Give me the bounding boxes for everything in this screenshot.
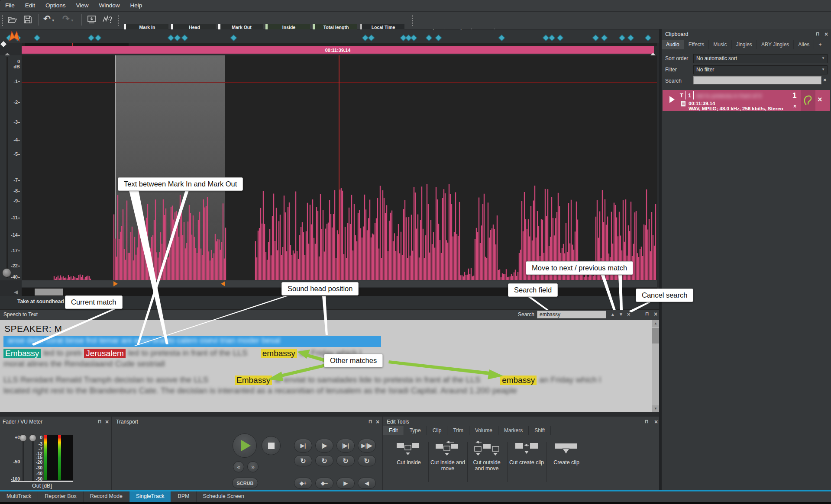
marker-button-2[interactable]: ▶: [336, 478, 355, 489]
menu-item-4[interactable]: Window: [94, 2, 125, 9]
close-icon[interactable]: ×: [825, 32, 828, 37]
loop-button-0[interactable]: ↻: [294, 455, 312, 466]
timeline-marker-20[interactable]: [592, 35, 599, 42]
entity-highlight[interactable]: Jerusalem: [84, 349, 126, 358]
threshold-slider-knob[interactable]: [2, 268, 11, 277]
forward-button[interactable]: »: [247, 461, 259, 472]
timeline-marker-14[interactable]: [426, 35, 433, 42]
scroll-left-arrow-icon[interactable]: ◀: [14, 289, 18, 295]
import-audio-icon[interactable]: [87, 14, 97, 25]
menu-item-1[interactable]: Edit: [20, 2, 40, 9]
transcript-scrollbar-thumb[interactable]: [652, 328, 659, 343]
soundhead-transcript-row[interactable]: anse delm corat binse frol temar ani set…: [3, 336, 381, 347]
prelisten-button[interactable]: [801, 90, 815, 111]
workspace-tab-4[interactable]: BPM: [171, 491, 196, 502]
current-match-highlight[interactable]: Embassy: [3, 349, 41, 358]
scrub-button[interactable]: SCRUB: [232, 478, 258, 488]
pin-icon[interactable]: ⊓: [816, 31, 820, 37]
mark-in-handle[interactable]: [113, 281, 118, 286]
next-match-button[interactable]: ▼: [619, 312, 623, 317]
timeline-marker-21[interactable]: [601, 35, 608, 42]
toolbar-grip[interactable]: [412, 15, 414, 26]
clipboard-audio-item[interactable]: T 1 led to pretesta in frant of the LLS …: [663, 90, 830, 111]
pin-icon[interactable]: ⊓: [98, 419, 102, 424]
close-icon[interactable]: ×: [654, 311, 657, 317]
clear-search-button[interactable]: ×: [627, 311, 631, 318]
workspace-tab-5[interactable]: Schedule Screen: [197, 491, 251, 502]
timeline-marker-8[interactable]: [230, 35, 237, 42]
menu-item-3[interactable]: View: [71, 2, 94, 9]
scroll-down-arrow-icon[interactable]: ▼: [652, 405, 659, 412]
timeline-marker-19[interactable]: [557, 35, 564, 42]
timeline-marker-4[interactable]: [95, 35, 102, 42]
toolbar-grip[interactable]: [118, 15, 119, 26]
timeline-marker-13[interactable]: [411, 35, 417, 42]
marker-button-1[interactable]: ◆−: [315, 478, 333, 489]
close-icon[interactable]: ×: [654, 419, 658, 424]
marker-button-3[interactable]: ◀: [358, 478, 376, 489]
menu-item-0[interactable]: File: [0, 2, 20, 9]
menu-item-5[interactable]: Help: [125, 2, 148, 9]
previous-match-button[interactable]: ▲: [611, 312, 615, 317]
marker-button-0[interactable]: ◆+: [294, 478, 312, 489]
edit-tools-tab-6[interactable]: Shift: [529, 426, 551, 435]
speech-search-input[interactable]: [537, 311, 606, 318]
edit-tools-tab-1[interactable]: Type: [404, 426, 427, 435]
edit-tools-tab-2[interactable]: Clip: [427, 426, 448, 435]
edit-tools-tab-0[interactable]: Edit: [383, 426, 404, 435]
timeline-marker-2[interactable]: [34, 35, 41, 42]
cut-inside-tool[interactable]: Cut inside: [390, 441, 427, 465]
timeline-marker-22[interactable]: [619, 35, 626, 42]
match-highlight[interactable]: embassy: [261, 349, 297, 358]
stop-button[interactable]: [262, 436, 281, 455]
timeline-m-marker[interactable]: [9, 30, 20, 43]
workspace-tab-2[interactable]: Record Mode: [84, 491, 129, 502]
clipboard-search-input[interactable]: [693, 76, 821, 84]
open-file-icon[interactable]: [7, 14, 17, 25]
menu-item-2[interactable]: Options: [40, 2, 71, 9]
timeline-marker-23[interactable]: [627, 35, 634, 42]
timeline-overview-bar[interactable]: 00:11:39.14: [22, 46, 654, 54]
rewind-button[interactable]: «: [233, 461, 244, 472]
timeline-marker-5[interactable]: [168, 35, 175, 42]
take-at-soundhead-label[interactable]: Take at soundhead: [17, 299, 64, 305]
workspace-tab-0[interactable]: MultiTrack: [0, 491, 38, 502]
close-icon[interactable]: ×: [105, 419, 109, 424]
clipboard-tab-4[interactable]: ABY Jingles: [757, 40, 794, 49]
clipboard-tab-2[interactable]: Music: [709, 40, 731, 49]
clipboard-tab-6[interactable]: +: [814, 40, 826, 49]
clipboard-tab-1[interactable]: Effects: [684, 40, 709, 49]
skip-button-0[interactable]: ▶|: [294, 439, 312, 453]
timeline-marker-15[interactable]: [435, 35, 442, 42]
remove-clip-icon[interactable]: ×: [818, 95, 822, 104]
edit-tools-tab-4[interactable]: Volume: [469, 426, 498, 435]
pin-icon[interactable]: ⊓: [369, 419, 372, 424]
edit-tools-tab-5[interactable]: Markers: [498, 426, 529, 435]
workspace-tab-3[interactable]: SingleTrack: [129, 491, 171, 502]
loop-button-1[interactable]: ↻: [315, 455, 333, 466]
soundhead-playhead[interactable]: [339, 55, 340, 280]
clipboard-tab-3[interactable]: Jingles: [732, 40, 757, 49]
play-icon[interactable]: [669, 96, 675, 103]
edit-tools-tab-3[interactable]: Trim: [447, 426, 469, 435]
timeline-marker-3[interactable]: [88, 35, 95, 42]
workspace-tab-1[interactable]: Reporter Box: [38, 491, 84, 502]
scroll-up-arrow-icon[interactable]: ▲: [652, 320, 659, 327]
cut-inside-move-tool[interactable]: Cut inside and move: [429, 441, 466, 472]
collapse-icon[interactable]: «: [792, 105, 799, 108]
match-highlight[interactable]: Embassy: [235, 376, 272, 385]
close-icon[interactable]: ×: [376, 419, 379, 424]
redo-button[interactable]: ↷▼: [62, 13, 74, 24]
cut-outside-move-tool[interactable]: Cut outside and move: [468, 441, 505, 472]
skip-button-1[interactable]: |▶: [315, 439, 333, 453]
timeline-marker-7[interactable]: [181, 35, 188, 42]
pin-icon[interactable]: ⊓: [645, 419, 649, 424]
skip-button-3[interactable]: ▶||▶: [358, 439, 376, 453]
audio-analysis-icon[interactable]: [102, 14, 113, 25]
waveform-scrollbar-thumb[interactable]: [35, 289, 63, 295]
clear-search-icon[interactable]: ×: [823, 77, 827, 83]
loop-button-3[interactable]: ↻: [358, 455, 376, 466]
clipboard-tab-0[interactable]: Audio: [662, 40, 684, 49]
save-icon[interactable]: [23, 14, 33, 25]
timeline-marker-18[interactable]: [549, 35, 556, 42]
